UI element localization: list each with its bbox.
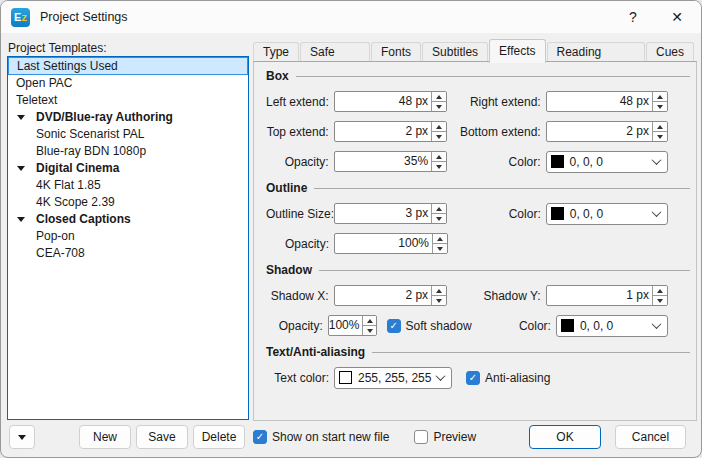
shadow-y-spinner[interactable]: 1 px: [546, 285, 668, 306]
list-item[interactable]: Blue-ray BDN 1080p: [8, 143, 248, 160]
chevron-down-icon[interactable]: [652, 207, 662, 217]
shadow-x-label: Shadow X:: [266, 289, 329, 303]
shadow-x-value[interactable]: 2 px: [335, 286, 431, 305]
collapse-triangle-icon[interactable]: [17, 217, 29, 222]
bottom-extend-spinner[interactable]: 2 px: [546, 121, 668, 142]
template-menu-button[interactable]: [9, 425, 35, 449]
spin-down-icon[interactable]: [653, 102, 667, 111]
outline-opacity-value[interactable]: 100%: [335, 234, 432, 253]
outline-opacity-spinner[interactable]: 100%: [334, 233, 448, 254]
text-color-dropdown[interactable]: 255, 255, 255: [334, 367, 452, 389]
spin-down-icon[interactable]: [653, 132, 667, 141]
collapse-triangle-icon[interactable]: [17, 115, 29, 120]
shadow-opacity-label: Opacity:: [266, 319, 323, 333]
shadow-x-spinner[interactable]: 2 px: [334, 285, 447, 306]
tab-cues[interactable]: Cues: [646, 42, 694, 62]
shadow-y-label: Shadow Y:: [453, 289, 541, 303]
outline-color-dropdown[interactable]: 0, 0, 0: [546, 203, 668, 225]
spin-down-icon[interactable]: [363, 326, 375, 335]
soft-shadow-checkbox[interactable]: ✓ Soft shadow: [387, 319, 472, 333]
box-opacity-label: Opacity:: [266, 155, 329, 169]
tab-safe-area[interactable]: Safe Area: [300, 42, 370, 62]
list-item[interactable]: Open PAC: [8, 75, 248, 92]
show-on-start-label: Show on start new file: [272, 430, 389, 444]
top-extend-spinner[interactable]: 2 px: [334, 121, 447, 142]
chevron-down-icon[interactable]: [652, 155, 662, 165]
shadow-opacity-value[interactable]: 100%: [329, 316, 363, 335]
list-group-item[interactable]: Closed Captions: [8, 211, 248, 228]
checkbox-checked[interactable]: ✓: [387, 319, 401, 333]
shadow-color-value: 0, 0, 0: [580, 319, 653, 333]
spin-down-icon[interactable]: [433, 244, 447, 253]
spin-up-icon[interactable]: [432, 122, 446, 132]
list-group-label: Digital Cinema: [36, 160, 119, 177]
shadow-color-dropdown[interactable]: 0, 0, 0: [556, 315, 668, 337]
list-item[interactable]: Pop-on: [8, 228, 248, 245]
ok-button[interactable]: OK: [529, 425, 601, 449]
outline-size-value[interactable]: 3 px: [335, 204, 431, 223]
list-group-label: DVD/Blue-ray Authoring: [36, 109, 173, 126]
spin-down-icon[interactable]: [432, 296, 446, 305]
left-extend-spinner[interactable]: 48 px: [334, 91, 447, 112]
spin-up-icon[interactable]: [432, 152, 446, 162]
tab-reading-speed[interactable]: Reading Speed: [547, 42, 645, 62]
spin-up-icon[interactable]: [653, 122, 667, 132]
checkbox-checked[interactable]: ✓: [466, 371, 480, 385]
top-extend-value[interactable]: 2 px: [335, 122, 431, 141]
tab-subtitles[interactable]: Subtitles: [422, 42, 488, 62]
shadow-y-value[interactable]: 1 px: [547, 286, 652, 305]
chevron-down-icon[interactable]: [436, 371, 446, 381]
text-color-label: Text color:: [266, 371, 329, 385]
shadow-opacity-spinner[interactable]: 100%: [328, 315, 377, 336]
spin-down-icon[interactable]: [432, 162, 446, 171]
right-extend-spinner[interactable]: 48 px: [546, 91, 668, 112]
spin-down-icon[interactable]: [653, 296, 667, 305]
box-opacity-spinner[interactable]: 35%: [334, 151, 447, 172]
spin-up-icon[interactable]: [432, 286, 446, 296]
spin-up-icon[interactable]: [653, 92, 667, 102]
anti-aliasing-checkbox[interactable]: ✓ Anti-aliasing: [466, 371, 550, 385]
tab-effects[interactable]: Effects: [489, 39, 545, 63]
tab-type[interactable]: Type: [253, 42, 299, 62]
collapse-triangle-icon[interactable]: [17, 166, 29, 171]
tab-fonts[interactable]: Fonts: [371, 42, 421, 62]
list-item[interactable]: Teletext: [8, 92, 248, 109]
spin-up-icon[interactable]: [653, 286, 667, 296]
spin-up-icon[interactable]: [433, 234, 447, 244]
box-color-dropdown[interactable]: 0, 0, 0: [546, 151, 668, 173]
spin-up-icon[interactable]: [363, 316, 375, 326]
anti-aliasing-label: Anti-aliasing: [485, 371, 550, 385]
list-item[interactable]: 4K Scope 2.39: [8, 194, 248, 211]
spin-down-icon[interactable]: [432, 102, 446, 111]
bottom-extend-value[interactable]: 2 px: [547, 122, 652, 141]
spin-up-icon[interactable]: [432, 92, 446, 102]
box-color-label: Color:: [453, 155, 541, 169]
list-item[interactable]: Sonic Scenarist PAL: [8, 126, 248, 143]
list-group-item[interactable]: DVD/Blue-ray Authoring: [8, 109, 248, 126]
preview-checkbox[interactable]: Preview: [414, 430, 476, 444]
spin-down-icon[interactable]: [432, 214, 446, 223]
checkbox-unchecked[interactable]: [414, 430, 428, 444]
spin-down-icon[interactable]: [432, 132, 446, 141]
list-group-item[interactable]: Digital Cinema: [8, 160, 248, 177]
save-button[interactable]: Save: [136, 425, 188, 449]
checkbox-checked[interactable]: ✓: [253, 430, 267, 444]
box-opacity-value[interactable]: 35%: [335, 152, 431, 171]
show-on-start-checkbox[interactable]: ✓ Show on start new file: [253, 430, 389, 444]
outline-size-label: Outline Size:: [266, 207, 329, 221]
spin-up-icon[interactable]: [432, 204, 446, 214]
left-extend-value[interactable]: 48 px: [335, 92, 431, 111]
delete-button[interactable]: Delete: [193, 425, 245, 449]
help-button[interactable]: ?: [611, 1, 655, 33]
cancel-button[interactable]: Cancel: [615, 425, 686, 449]
chevron-down-icon[interactable]: [652, 319, 662, 329]
list-item[interactable]: 4K Flat 1.85: [8, 177, 248, 194]
outline-size-spinner[interactable]: 3 px: [334, 203, 447, 224]
right-extend-value[interactable]: 48 px: [547, 92, 652, 111]
new-button[interactable]: New: [79, 425, 131, 449]
window-title: Project Settings: [40, 10, 128, 24]
list-item[interactable]: CEA-708: [8, 245, 248, 262]
shadow-group-label: Shadow: [266, 263, 312, 277]
list-item[interactable]: Last Settings Used: [8, 57, 248, 75]
close-button[interactable]: ✕: [655, 1, 699, 33]
